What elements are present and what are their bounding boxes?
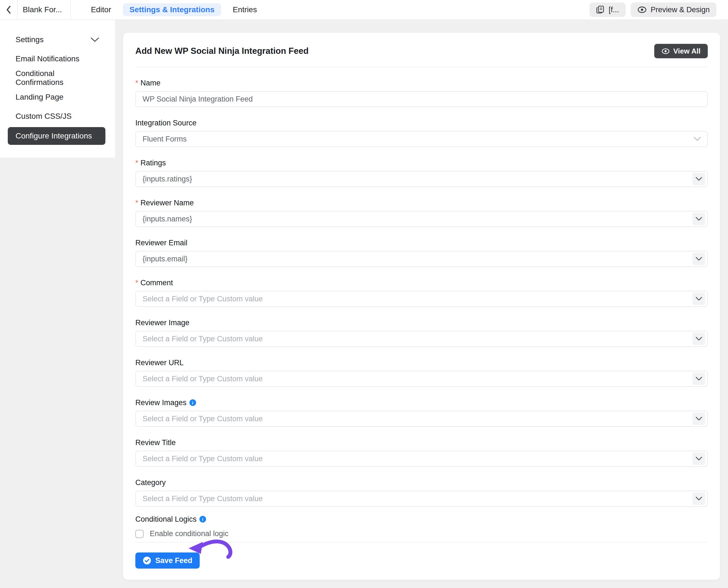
chevron-down-icon bbox=[696, 497, 702, 501]
field-placeholder: Select a Field or Type Custom value bbox=[142, 375, 263, 383]
field-input[interactable]: Fluent Forms bbox=[135, 131, 708, 147]
field-label-row: * Reviewer Email i bbox=[135, 238, 708, 248]
tab[interactable]: Settings & Integrations bbox=[123, 3, 221, 16]
settings-sidebar: Settings Email Notifications Conditional… bbox=[0, 20, 115, 158]
form-group: * Name i WP Social Ninja Integration Fee… bbox=[135, 78, 708, 107]
sidebar-item[interactable]: Configure Integrations bbox=[8, 127, 105, 145]
field-label: Integration Source bbox=[135, 119, 197, 127]
save-feed-label: Save Feed bbox=[155, 556, 193, 565]
dropdown-toggle[interactable] bbox=[692, 253, 705, 265]
field-input[interactable]: {inputs.ratings} bbox=[135, 171, 708, 187]
dropdown-toggle[interactable] bbox=[692, 173, 705, 185]
tab[interactable]: Entries bbox=[226, 3, 263, 16]
chevron-down-icon bbox=[696, 257, 702, 261]
field-label: Reviewer Image bbox=[135, 319, 190, 327]
form-group: * Reviewer URL i Select a Field or Type … bbox=[135, 358, 708, 387]
top-bar: Blank For... Editor Settings & Integrati… bbox=[0, 0, 728, 20]
chevron-down-icon bbox=[90, 37, 100, 42]
field-label: Name bbox=[140, 79, 160, 87]
sidebar-item[interactable]: Custom CSS/JS bbox=[0, 107, 115, 126]
field-label-row: * Name i bbox=[135, 78, 708, 88]
preview-design-button[interactable]: Preview & Design bbox=[631, 2, 716, 17]
field-placeholder: Select a Field or Type Custom value bbox=[142, 455, 263, 463]
sidebar-item[interactable]: Email Notifications bbox=[0, 49, 115, 68]
field-input[interactable]: Select a Field or Type Custom value bbox=[135, 331, 708, 347]
tab[interactable]: Editor bbox=[84, 3, 118, 16]
save-feed-button[interactable]: Save Feed bbox=[135, 552, 200, 569]
field-label-row: * Reviewer URL i bbox=[135, 358, 708, 368]
page: { "topbar": { "form_title": "Blank For..… bbox=[0, 0, 728, 588]
sidebar-item-label: Email Notifications bbox=[16, 55, 79, 63]
field-input[interactable]: Select a Field or Type Custom value bbox=[135, 291, 708, 307]
field-placeholder: Select a Field or Type Custom value bbox=[142, 295, 263, 303]
required-asterisk: * bbox=[135, 279, 138, 287]
dropdown-toggle[interactable] bbox=[692, 333, 705, 345]
check-circle-icon bbox=[142, 556, 151, 565]
field-value: Fluent Forms bbox=[142, 135, 186, 144]
form-title: Blank For... bbox=[18, 0, 71, 19]
field-value: {inputs.ratings} bbox=[142, 175, 192, 184]
dropdown-toggle[interactable] bbox=[692, 413, 705, 425]
tab-label: Settings & Integrations bbox=[130, 5, 214, 14]
field-input[interactable]: Select a Field or Type Custom value bbox=[135, 411, 708, 427]
field-placeholder: Select a Field or Type Custom value bbox=[142, 415, 263, 423]
copy-icon bbox=[596, 5, 604, 14]
dropdown-toggle[interactable] bbox=[692, 373, 705, 385]
dropdown-toggle[interactable] bbox=[692, 492, 705, 505]
field-label: Comment bbox=[140, 279, 173, 287]
dropdown-toggle[interactable] bbox=[692, 293, 705, 305]
chevron-down-icon bbox=[696, 377, 702, 381]
enable-conditional-logic-checkbox[interactable] bbox=[135, 530, 144, 538]
field-placeholder: Select a Field or Type Custom value bbox=[142, 335, 263, 343]
required-asterisk: * bbox=[135, 159, 138, 167]
sidebar-item-label: Landing Page bbox=[16, 93, 64, 102]
chevron-down-icon bbox=[696, 217, 702, 221]
back-button[interactable] bbox=[0, 0, 18, 19]
view-all-button[interactable]: View All bbox=[654, 44, 708, 58]
dropdown-toggle[interactable] bbox=[692, 453, 705, 465]
field-input[interactable]: Select a Field or Type Custom value bbox=[135, 490, 708, 507]
card-header: Add New WP Social Ninja Integration Feed… bbox=[135, 33, 708, 67]
form-group: * Category i Select a Field or Type Cust… bbox=[135, 478, 708, 507]
field-label-row: * Integration Source i bbox=[135, 118, 708, 128]
tab-label: Editor bbox=[91, 5, 111, 14]
field-value: WP Social Ninja Integration Feed bbox=[142, 95, 252, 104]
field-input[interactable]: Select a Field or Type Custom value bbox=[135, 450, 708, 467]
form-group: * Integration Source i Fluent Forms bbox=[135, 118, 708, 147]
sidebar-item[interactable]: Landing Page bbox=[0, 87, 115, 107]
conditional-logics-label: Conditional Logics bbox=[135, 515, 197, 524]
field-label: Reviewer Email bbox=[135, 239, 187, 247]
field-label-row: * Reviewer Image i bbox=[135, 318, 708, 328]
field-input[interactable]: WP Social Ninja Integration Feed bbox=[135, 91, 708, 107]
sidebar-item[interactable]: Conditional Confirmations bbox=[0, 68, 115, 87]
field-value: {inputs.names} bbox=[142, 215, 192, 223]
eye-icon bbox=[661, 48, 670, 55]
info-icon: i bbox=[199, 516, 206, 523]
sidebar-item-label: Custom CSS/JS bbox=[16, 112, 71, 121]
dropdown-toggle[interactable] bbox=[692, 213, 705, 225]
footer-divider bbox=[135, 542, 708, 543]
form-group: * Reviewer Email i {inputs.email} bbox=[135, 238, 708, 267]
field-label-row: * Review Images i bbox=[135, 398, 708, 407]
field-input[interactable]: {inputs.email} bbox=[135, 251, 708, 267]
field-label-row: * Reviewer Name i bbox=[135, 198, 708, 208]
preview-design-label: Preview & Design bbox=[650, 5, 710, 14]
sidebar-item[interactable]: Settings bbox=[0, 30, 115, 49]
eye-icon bbox=[637, 6, 647, 13]
field-label-row: * Ratings i bbox=[135, 158, 708, 168]
field-input[interactable]: Select a Field or Type Custom value bbox=[135, 371, 708, 387]
form-group: * Review Images i Select a Field or Type… bbox=[135, 398, 708, 427]
chevron-down-icon bbox=[696, 337, 702, 341]
integration-feed-card: Add New WP Social Ninja Integration Feed… bbox=[123, 33, 720, 580]
field-input[interactable]: {inputs.names} bbox=[135, 211, 708, 227]
top-bar-actions: [f... Preview & Design bbox=[590, 2, 728, 17]
shortcode-copy-button[interactable]: [f... bbox=[590, 2, 626, 17]
field-label: Reviewer URL bbox=[135, 358, 183, 367]
conditional-logic-row: Enable conditional logic bbox=[135, 529, 708, 538]
sidebar-item-label: Settings bbox=[16, 35, 44, 44]
info-icon: i bbox=[190, 399, 196, 406]
tab-label: Entries bbox=[233, 5, 257, 14]
form-group: * Reviewer Name i {inputs.names} bbox=[135, 198, 708, 227]
conditional-logics-label-row: Conditional Logics i bbox=[135, 514, 708, 524]
field-label: Category bbox=[135, 478, 166, 487]
